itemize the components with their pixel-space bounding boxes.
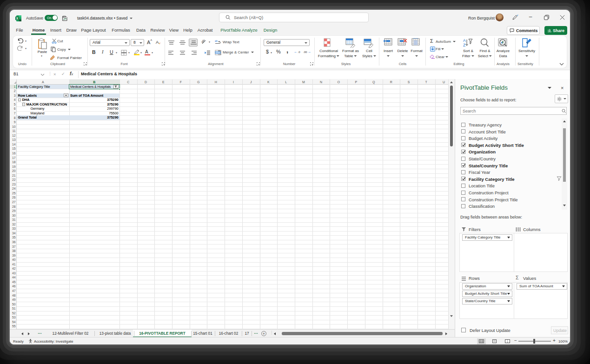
svg-text:Z: Z [463, 43, 465, 47]
svg-text:ab: ab [201, 39, 206, 44]
svg-text:A: A [463, 38, 466, 43]
svg-text:ab: ab [215, 40, 218, 42]
